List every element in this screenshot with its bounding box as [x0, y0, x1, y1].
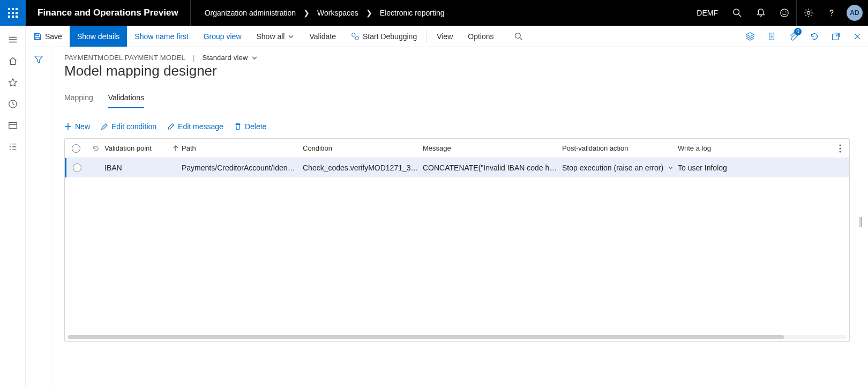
attachments-badge: 0: [794, 28, 802, 35]
search-button[interactable]: [725, 0, 749, 26]
home-icon[interactable]: [0, 50, 26, 72]
close-button[interactable]: [847, 26, 868, 47]
debug-icon: [351, 32, 360, 41]
cell-validation-point: IBAN: [104, 163, 170, 172]
view-menu[interactable]: View: [429, 26, 460, 47]
cell-message: CONCATENATE("Invalid IBAN code ha…: [423, 163, 562, 172]
svg-point-12: [782, 11, 783, 12]
column-condition[interactable]: Condition: [303, 144, 423, 152]
select-all-checkbox[interactable]: [65, 144, 87, 153]
separator: [426, 30, 427, 42]
column-message[interactable]: Message: [423, 144, 562, 152]
svg-point-19: [355, 36, 358, 40]
app-header: Finance and Operations Preview Organizat…: [0, 0, 868, 26]
breadcrumb-item[interactable]: Electronic reporting: [380, 9, 445, 17]
show-all-dropdown[interactable]: Show all: [249, 26, 302, 47]
tab-validations[interactable]: Validations: [108, 91, 144, 108]
page-search-button[interactable]: [508, 26, 529, 47]
save-button[interactable]: Save: [26, 26, 70, 47]
svg-line-10: [739, 14, 742, 17]
nav-expand-button[interactable]: [0, 29, 26, 50]
svg-rect-0: [8, 8, 10, 10]
column-write-log[interactable]: Write a log: [678, 144, 831, 152]
new-button[interactable]: New: [64, 122, 90, 131]
horizontal-scrollbar[interactable]: [68, 335, 846, 339]
company-picker[interactable]: DEMF: [689, 9, 725, 17]
group-view-button[interactable]: Group view: [196, 26, 249, 47]
filter-icon: [34, 55, 43, 387]
column-post-action[interactable]: Post-validation action: [562, 144, 678, 152]
svg-point-15: [831, 16, 832, 17]
refresh-button[interactable]: [804, 26, 825, 47]
arrow-up-icon: [173, 145, 178, 152]
table-row[interactable]: IBAN Payments/CreditorAccount/Iden… Chec…: [65, 158, 849, 177]
modules-icon[interactable]: [0, 136, 26, 158]
grid-refresh-button[interactable]: [87, 145, 104, 152]
related-info-button[interactable]: [739, 26, 761, 47]
page-content: PAYMENTMODEL PAYMENT MODEL | Standard vi…: [51, 47, 868, 387]
cell-path: Payments/CreditorAccount/Iden…: [182, 163, 303, 172]
svg-point-20: [515, 33, 520, 39]
save-label: Save: [45, 32, 62, 41]
start-debugging-button[interactable]: Start Debugging: [343, 26, 424, 47]
notifications-button[interactable]: [749, 0, 773, 26]
grid-column-options[interactable]: [831, 144, 849, 153]
breadcrumb-item[interactable]: Workspaces: [317, 9, 358, 17]
pane-resize-handle[interactable]: ║: [858, 217, 864, 227]
validate-button[interactable]: Validate: [302, 26, 343, 47]
svg-point-25: [840, 147, 841, 149]
recent-icon[interactable]: [0, 93, 26, 115]
svg-point-24: [840, 144, 841, 146]
column-validation-point[interactable]: Validation point: [104, 144, 170, 152]
save-icon: [33, 32, 42, 41]
show-details-button[interactable]: Show details: [70, 26, 127, 47]
open-new-window-button[interactable]: [825, 26, 847, 47]
app-launcher-button[interactable]: [0, 0, 26, 26]
page-title: Model mapping designer: [64, 63, 868, 79]
plus-icon: [64, 123, 72, 130]
more-vertical-icon: [839, 144, 841, 153]
trash-icon: [234, 123, 242, 130]
page-caption: PAYMENTMODEL PAYMENT MODEL | Standard vi…: [64, 54, 868, 62]
feedback-button[interactable]: [773, 0, 796, 26]
svg-line-21: [520, 38, 522, 40]
pencil-icon: [167, 123, 175, 130]
delete-button[interactable]: Delete: [234, 122, 266, 131]
svg-rect-3: [8, 12, 10, 14]
column-path[interactable]: Path: [182, 144, 303, 152]
grid-header: Validation point Path Condition Message …: [65, 139, 849, 158]
help-button[interactable]: [820, 0, 843, 26]
copy-button[interactable]: [761, 26, 782, 47]
sort-indicator[interactable]: [170, 145, 182, 152]
chevron-down-icon: [288, 33, 294, 40]
svg-point-13: [785, 11, 787, 12]
svg-rect-6: [8, 16, 10, 18]
tab-mapping[interactable]: Mapping: [64, 91, 93, 108]
user-avatar[interactable]: AD: [847, 5, 863, 21]
workspaces-icon[interactable]: [0, 115, 26, 136]
filter-pane-toggle[interactable]: [26, 47, 51, 387]
options-menu[interactable]: Options: [460, 26, 501, 47]
svg-point-11: [781, 9, 788, 17]
settings-button[interactable]: [796, 0, 820, 26]
view-selector[interactable]: Standard view: [203, 54, 258, 62]
left-nav-rail: [0, 26, 26, 387]
cell-post-action[interactable]: Stop execution (raise an error): [562, 163, 678, 172]
svg-rect-2: [16, 8, 18, 10]
model-name: PAYMENTMODEL PAYMENT MODEL: [64, 54, 185, 62]
svg-rect-8: [16, 16, 18, 18]
cell-condition: Check_codes.verifyMOD1271_3…: [303, 163, 423, 172]
attachments-button[interactable]: 0: [782, 26, 804, 47]
breadcrumb: Organization administration ❯ Workspaces…: [191, 9, 445, 17]
favorites-icon[interactable]: [0, 72, 26, 93]
row-checkbox[interactable]: [66, 163, 87, 172]
edit-condition-button[interactable]: Edit condition: [101, 122, 156, 131]
cell-write-log: To user Infolog: [678, 163, 831, 172]
svg-rect-1: [12, 8, 14, 10]
edit-message-button[interactable]: Edit message: [167, 122, 223, 131]
svg-point-14: [807, 11, 810, 14]
svg-point-9: [734, 9, 739, 15]
breadcrumb-item[interactable]: Organization administration: [205, 9, 296, 17]
show-name-first-button[interactable]: Show name first: [127, 26, 196, 47]
app-name: Finance and Operations Preview: [26, 0, 191, 26]
